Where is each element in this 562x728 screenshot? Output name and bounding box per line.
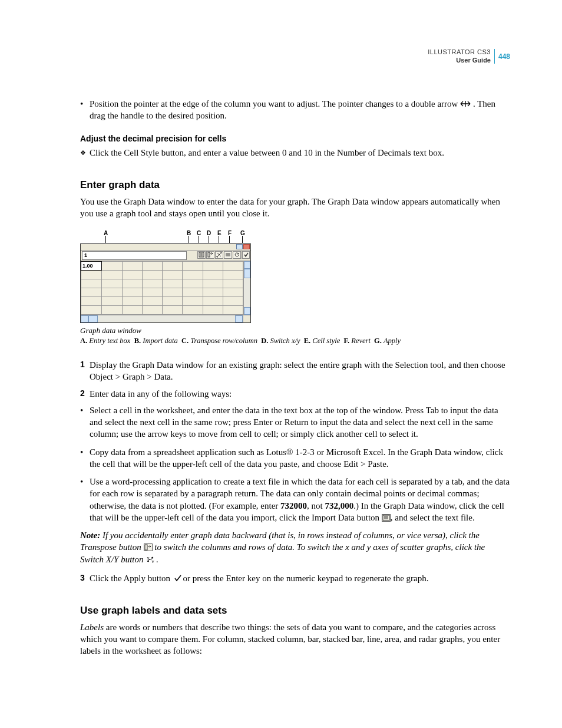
step-2-bullet: • Use a word-processing application to c… (80, 476, 510, 523)
header-divider (494, 49, 495, 64)
entry-text-box: 1 (82, 251, 187, 260)
step-1: 1 Display the Graph Data window for an e… (80, 359, 510, 383)
close-icon (243, 244, 250, 249)
scroll-up-icon (244, 261, 250, 269)
revert-icon (233, 251, 241, 259)
vertical-scrollbar (243, 261, 250, 315)
labels-heading: Use graph labels and data sets (80, 604, 510, 618)
graph-data-figure: A B C D E F G 1 (80, 229, 510, 346)
svg-text:Y: Y (151, 559, 154, 564)
adjust-step: ❖ Click the Cell Style button, and enter… (80, 147, 510, 159)
step-2-bullet: • Copy data from a spreadsheet applicati… (80, 446, 510, 470)
minimize-icon (236, 244, 243, 249)
scroll-down-icon (244, 307, 250, 315)
page-number: 448 (498, 52, 510, 61)
data-grid: 1.00 (81, 261, 243, 315)
header-subtitle: User Guide (428, 57, 491, 65)
scroll-left-icon (81, 315, 88, 322)
header-product: ILLUSTRATOR CS3 (428, 48, 491, 57)
double-arrow-icon (460, 100, 471, 108)
note: Note: If you accidentally enter graph da… (80, 529, 510, 565)
adjust-heading: Adjust the decimal precision for cells (80, 133, 510, 144)
figure-legend: A. Entry text box B. Import data C. Tran… (80, 336, 510, 346)
step-2: 2 Enter data in any of the following way… (80, 388, 510, 400)
apply-check-icon (173, 574, 181, 582)
apply-icon (242, 251, 250, 259)
labels-paragraph: Labels are words or numbers that describ… (80, 621, 510, 657)
switch-xy-icon: XY (146, 555, 156, 564)
graph-data-window: 1 1.00 (80, 243, 251, 323)
running-header: ILLUSTRATOR CS3 User Guide 448 (80, 48, 510, 65)
intro-bullet: • Position the pointer at the edge of th… (80, 98, 510, 122)
figure-caption: Graph data window (80, 325, 510, 336)
transpose-icon (144, 543, 153, 551)
transpose-icon (206, 251, 214, 259)
cell-style-icon (224, 251, 232, 259)
svg-rect-1 (208, 252, 210, 257)
scroll-right-icon (235, 315, 243, 322)
switch-xy-icon (215, 251, 223, 259)
enter-heading: Enter graph data (80, 179, 510, 192)
enter-intro: You use the Graph Data window to enter t… (80, 196, 510, 220)
horizontal-scrollbar (81, 315, 250, 322)
svg-rect-3 (145, 545, 147, 550)
import-data-icon (197, 251, 206, 259)
step-2-bullet: • Select a cell in the worksheet, and en… (80, 404, 510, 440)
step-3: 3 Click the Apply button or press the En… (80, 572, 510, 584)
import-data-icon (382, 514, 391, 522)
